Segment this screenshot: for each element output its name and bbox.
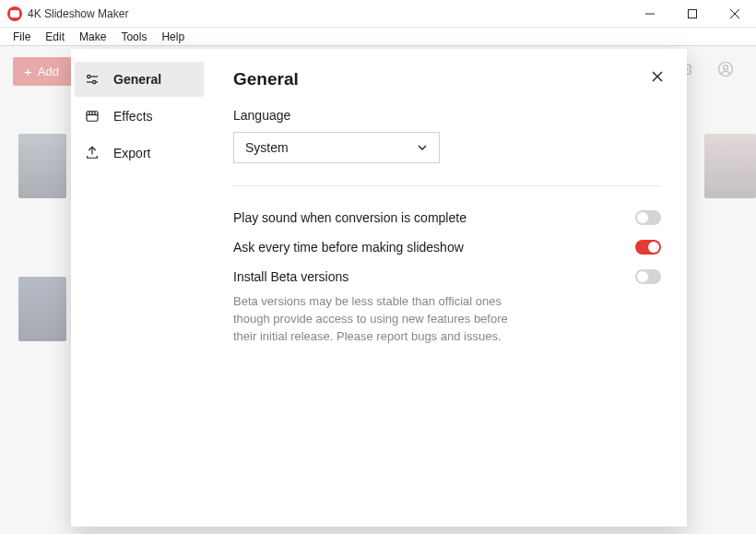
option-install-beta: Install Beta versions	[233, 262, 661, 291]
sidebar-item-effects[interactable]: Effects	[75, 99, 204, 134]
titlebar: 4K Slideshow Maker	[0, 0, 756, 28]
sidebar-item-label: Export	[113, 146, 150, 160]
beta-description: Beta versions may be less stable than of…	[233, 293, 528, 346]
maximize-button[interactable]	[671, 0, 714, 28]
sidebar-item-label: General	[113, 72, 161, 87]
sidebar-item-general[interactable]: General	[75, 62, 204, 97]
ask-before-toggle[interactable]	[635, 240, 661, 255]
divider	[233, 185, 661, 186]
menu-edit[interactable]: Edit	[38, 29, 72, 45]
language-value: System	[245, 140, 289, 155]
sidebar-item-export[interactable]: Export	[75, 136, 204, 171]
svg-point-7	[88, 75, 90, 77]
sliders-icon	[84, 71, 100, 88]
language-select[interactable]: System	[233, 132, 440, 163]
sidebar-item-label: Effects	[113, 109, 153, 124]
app-body: + Add General Effects	[0, 46, 756, 534]
chevron-down-icon	[417, 142, 428, 153]
option-ask-before: Ask every time before making slideshow	[233, 232, 661, 262]
menu-tools[interactable]: Tools	[113, 29, 154, 45]
svg-rect-1	[689, 9, 697, 18]
menubar: File Edit Make Tools Help	[0, 28, 756, 46]
option-play-sound: Play sound when conversion is complete	[233, 203, 661, 232]
export-icon	[84, 145, 100, 161]
close-dialog-button[interactable]	[646, 65, 668, 88]
language-label: Language	[233, 108, 661, 123]
option-label: Install Beta versions	[233, 269, 348, 284]
panel-title: General	[233, 69, 661, 89]
window-controls	[629, 0, 756, 28]
close-window-button[interactable]	[714, 0, 756, 28]
option-label: Play sound when conversion is complete	[233, 210, 467, 225]
effects-icon	[84, 108, 100, 125]
settings-dialog: General Effects Export General Language …	[71, 49, 687, 527]
window-title: 4K Slideshow Maker	[28, 7, 128, 20]
menu-make[interactable]: Make	[72, 29, 113, 45]
option-label: Ask every time before making slideshow	[233, 240, 464, 255]
menu-help[interactable]: Help	[154, 29, 192, 45]
svg-point-10	[93, 80, 96, 83]
close-icon	[652, 71, 663, 82]
menu-file[interactable]: File	[6, 29, 38, 45]
settings-panel: General Language System Play sound when …	[207, 49, 687, 527]
minimize-button[interactable]	[629, 0, 671, 28]
settings-sidebar: General Effects Export	[71, 49, 207, 527]
play-sound-toggle[interactable]	[635, 210, 661, 225]
app-icon	[7, 6, 22, 21]
install-beta-toggle[interactable]	[635, 269, 661, 284]
